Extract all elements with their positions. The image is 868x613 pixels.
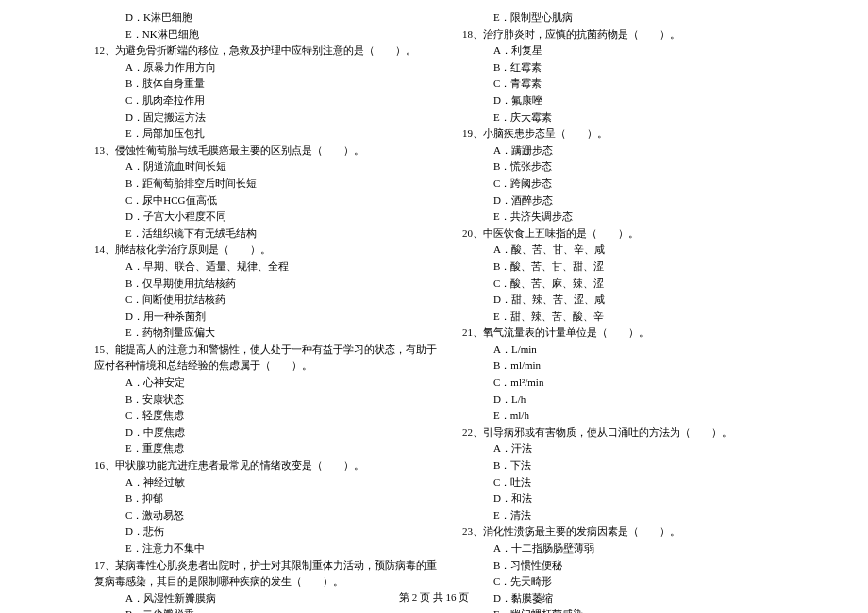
option: A．利复星: [462, 42, 811, 59]
option: A．阴道流血时间长短: [94, 158, 443, 175]
option: C．轻度焦虑: [94, 407, 443, 424]
option: B．红霉素: [462, 59, 811, 76]
option: A．蹒跚步态: [462, 142, 811, 159]
option: B．抑郁: [94, 490, 443, 507]
option: A．原暴力作用方向: [94, 59, 443, 76]
option: B．二尖瓣脱垂: [94, 606, 443, 613]
left-column: D．K淋巴细胞 E．NK淋巴细胞 12、为避免骨折断端的移位，急救及护理中应特别…: [94, 9, 462, 585]
option: E．NK淋巴细胞: [94, 26, 443, 43]
option: C．激动易怒: [94, 507, 443, 524]
option: A．酸、苦、甘、辛、咸: [462, 241, 811, 258]
option: E．幽门螺杆菌感染: [462, 606, 811, 613]
question-16: 16、甲状腺功能亢进症患者最常见的情绪改变是（ ）。: [94, 457, 443, 474]
question-23: 23、消化性溃疡最主要的发病因素是（ ）。: [462, 523, 811, 540]
option: E．甜、辣、苦、酸、辛: [462, 308, 811, 325]
option: D．甜、辣、苦、涩、咸: [462, 291, 811, 308]
option: D．悲伤: [94, 523, 443, 540]
question-17: 17、某病毒性心肌炎患者出院时，护士对其限制重体力活动，预防病毒的重复病毒感染，…: [94, 557, 443, 590]
question-12: 12、为避免骨折断端的移位，急救及护理中应特别注意的是（ ）。: [94, 42, 443, 59]
question-13: 13、侵蚀性葡萄胎与绒毛膜癌最主要的区别点是（ ）。: [94, 142, 443, 159]
option: C．青霉素: [462, 75, 811, 92]
option: A．神经过敏: [94, 474, 443, 491]
option: B．下法: [462, 457, 811, 474]
option: A．L/min: [462, 341, 811, 358]
question-22: 22、引导病邪或有害物质，使从口涌吐的方法为（ ）。: [462, 424, 811, 441]
option: D．子宫大小程度不同: [94, 208, 443, 225]
option: E．注意力不集中: [94, 540, 443, 557]
option: B．ml/min: [462, 357, 811, 374]
option: C．先天畸形: [462, 573, 811, 590]
option: D．用一种杀菌剂: [94, 308, 443, 325]
question-14: 14、肺结核化学治疗原则是（ ）。: [94, 241, 443, 258]
option: C．酸、苦、麻、辣、涩: [462, 275, 811, 292]
option: E．药物剂量应偏大: [94, 324, 443, 341]
option: A．早期、联合、适量、规律、全程: [94, 258, 443, 275]
option: B．慌张步态: [462, 158, 811, 175]
option: B．肢体自身重量: [94, 75, 443, 92]
question-15: 15、能提高人的注意力和警惕性，使人处于一种有益于学习的状态，有助于应付各种情境…: [94, 341, 443, 374]
right-column: E．限制型心肌病 18、治疗肺炎时，应慎的抗菌药物是（ ）。 A．利复星 B．红…: [462, 9, 830, 585]
option: A．心神安定: [94, 374, 443, 391]
question-19: 19、小脑疾患步态呈（ ）。: [462, 125, 811, 142]
question-21: 21、氧气流量表的计量单位是（ ）。: [462, 324, 811, 341]
option: D．氟康唑: [462, 92, 811, 109]
option: D．中度焦虑: [94, 424, 443, 441]
option: A．汗法: [462, 440, 811, 457]
option: B．酸、苦、甘、甜、涩: [462, 258, 811, 275]
option: E．活组织镜下有无绒毛结构: [94, 225, 443, 242]
option: C．ml²/min: [462, 374, 811, 391]
option: D．L/h: [462, 391, 811, 408]
option: D．K淋巴细胞: [94, 9, 443, 26]
option: B．安康状态: [94, 391, 443, 408]
option: B．距葡萄胎排空后时间长短: [94, 175, 443, 192]
option: C．吐法: [462, 474, 811, 491]
option: D．酒醉步态: [462, 192, 811, 209]
option: D．固定搬运方法: [94, 109, 443, 126]
option: E．清法: [462, 507, 811, 524]
option: A．十二指肠肠壁薄弱: [462, 540, 811, 557]
option: E．限制型心肌病: [462, 9, 811, 26]
option: C．尿中HCG值高低: [94, 192, 443, 209]
option: D．和法: [462, 490, 811, 507]
option: C．跨阈步态: [462, 175, 811, 192]
option: E．ml/h: [462, 407, 811, 424]
option: B．习惯性便秘: [462, 557, 811, 574]
option: E．局部加压包扎: [94, 125, 443, 142]
option: E．庆大霉素: [462, 109, 811, 126]
option: D．黏膜萎缩: [462, 590, 811, 607]
option: C．肌肉牵拉作用: [94, 92, 443, 109]
question-18: 18、治疗肺炎时，应慎的抗菌药物是（ ）。: [462, 26, 811, 43]
page-container: D．K淋巴细胞 E．NK淋巴细胞 12、为避免骨折断端的移位，急救及护理中应特别…: [0, 0, 868, 585]
option: E．共济失调步态: [462, 208, 811, 225]
option: C．间断使用抗结核药: [94, 291, 443, 308]
question-20: 20、中医饮食上五味指的是（ ）。: [462, 225, 811, 242]
option: E．重度焦虑: [94, 440, 443, 457]
option: A．风湿性新瓣膜病: [94, 590, 443, 607]
option: B．仅早期使用抗结核药: [94, 275, 443, 292]
